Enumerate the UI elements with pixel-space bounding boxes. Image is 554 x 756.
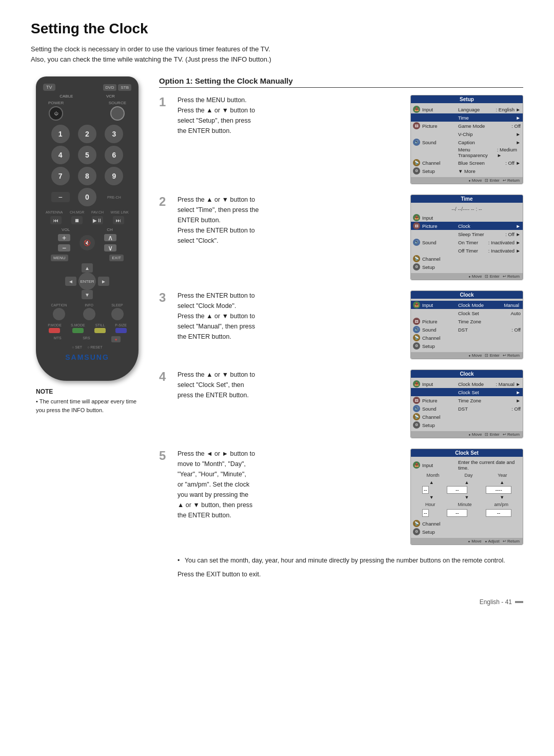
source-button[interactable]: [110, 106, 125, 121]
clock1-screen-header: Clock: [411, 291, 523, 299]
month-value: --: [422, 486, 429, 494]
nav-down-button[interactable]: ▼: [82, 290, 93, 299]
tv-button[interactable]: TV: [43, 84, 55, 91]
btn-6[interactable]: 6: [105, 146, 123, 164]
smode-button[interactable]: [72, 328, 84, 333]
ff-button[interactable]: ⏭: [113, 216, 124, 224]
input-icon6: 📥: [413, 380, 420, 387]
channel-icon5: 📡: [413, 520, 420, 527]
setup-screen: Setup 📥 Input Language : English ► 📥: [410, 95, 523, 184]
play-pause-button[interactable]: ▶⏸: [92, 216, 103, 224]
rew-button[interactable]: ⏮: [50, 216, 62, 224]
footer-return2: ↩ Return: [503, 274, 520, 279]
vchip-label: V-Chip: [458, 131, 473, 137]
btn-1[interactable]: 1: [51, 125, 70, 143]
clockset-row-input: 📥 Input Enter the current date and time.: [411, 459, 523, 471]
clockset-col-headers: Month Day Year: [411, 471, 523, 479]
favch-label: FAV.CH: [91, 210, 104, 214]
channel-label: Channel: [422, 160, 458, 166]
btn-5[interactable]: 5: [78, 146, 96, 164]
input-icon: 📥: [413, 106, 420, 113]
power-label: POWER: [48, 101, 64, 105]
clockmode-label: Clock Mode: [458, 302, 484, 308]
setup-row-sound: 🔊 Sound Caption ►: [411, 138, 523, 146]
setup-row-more: ⚙ Setup ▼ More: [411, 167, 523, 175]
clock1-screen-body: 📥 Input Clock Mode Manual 📥 Clock Set Au…: [411, 299, 523, 352]
step-5-num: 5: [159, 449, 169, 463]
minute-col-header: Minute: [458, 502, 471, 507]
step5-extra: You can set the month, day, year, hour a…: [177, 555, 523, 566]
hour-value: --: [422, 509, 429, 517]
record-button[interactable]: ●: [111, 336, 121, 342]
setup-row-time: 📥 Time ►: [411, 113, 523, 122]
btn-0[interactable]: 0: [78, 188, 96, 206]
clockset-row-setup: ⚙ Setup: [411, 528, 523, 536]
sleep-button[interactable]: [111, 308, 124, 320]
clock1-screen: Clock 📥 Input Clock Mode Manual 📥: [410, 290, 523, 359]
step-2-text: Press the ▲ or ▼ button to select "Time"…: [177, 195, 402, 246]
note-section: NOTE • The current time will appear ever…: [31, 388, 144, 414]
nav-up-button[interactable]: ▲: [82, 263, 93, 273]
dst-value: : Off: [511, 327, 521, 333]
power-button[interactable]: ⏻: [49, 106, 63, 121]
samsung-logo: SAMSUNG: [43, 353, 131, 361]
mute-button[interactable]: 🔇: [80, 235, 95, 250]
sleeptimer-value: : Off ►: [505, 231, 521, 237]
cable-label: CABLE: [60, 94, 73, 99]
exit-button[interactable]: EXIT: [109, 255, 124, 261]
setup-icon2: ⚙: [413, 263, 420, 270]
year-col-header: Year: [498, 473, 507, 478]
language-label: Language: [458, 107, 480, 112]
nav-cluster: ▲ ◄ ENTER ► ▼: [43, 263, 131, 299]
menutransparency-value: : Medium ►: [497, 147, 521, 158]
chmgr-label: CH.MGR: [70, 210, 84, 214]
caption-button[interactable]: [53, 308, 65, 320]
setup-icon: ⚙: [413, 167, 420, 175]
btn-dash[interactable]: −: [51, 192, 70, 202]
clock2-row-dst: 🔊 Sound DST : Off: [411, 404, 523, 413]
sound-icon3: 🔊: [413, 239, 420, 246]
vol-down-button[interactable]: −: [58, 244, 70, 251]
sound-label2: Sound: [422, 240, 458, 245]
setup-label4: Setup: [422, 422, 458, 428]
info-button[interactable]: [83, 308, 95, 320]
vcr-label: VCR: [106, 94, 115, 99]
btn-7[interactable]: 7: [51, 167, 70, 185]
menu-button[interactable]: MENU: [51, 255, 68, 261]
clockset-down-arrows-top: ▼ ▼ ▼: [411, 494, 523, 500]
clockset-row2-headers: Hour Minute am/pm: [411, 500, 523, 509]
caption-menu-label: Caption: [458, 140, 475, 145]
gamemode-value: : Off: [511, 123, 521, 129]
ch-up-button[interactable]: ∧: [104, 234, 116, 241]
main-content: TV DVD STB CABLE VCR POWER ⏻ SOURCE: [31, 76, 523, 578]
btn-4[interactable]: 4: [51, 146, 70, 164]
dvd-button[interactable]: DVD: [103, 84, 117, 91]
setup-row-picture: 🖼 Picture Game Mode : Off: [411, 122, 523, 130]
clock1-row-setup: ⚙ Setup: [411, 342, 523, 350]
btn-2[interactable]: 2: [78, 125, 96, 143]
step-4-text: Press the ▲ or ▼ button to select "Clock…: [177, 370, 402, 400]
nav-right-button[interactable]: ►: [98, 277, 109, 286]
still-button[interactable]: [94, 328, 106, 333]
ch-down-button[interactable]: ∨: [104, 244, 116, 251]
psize-button[interactable]: [115, 328, 127, 333]
prech-label: PRE-CH: [107, 196, 121, 199]
btn-8[interactable]: 8: [78, 167, 96, 185]
enter-button[interactable]: ENTER: [78, 273, 96, 290]
channel-icon4: 📡: [413, 413, 420, 420]
page-title: Setting the Clock: [31, 21, 523, 37]
step-1-num: 1: [159, 95, 169, 110]
time-screen-footer: ⬥ Move ⊡ Enter ↩ Return: [411, 273, 523, 280]
time-row-offtimer: 🔊 Off Timer : Inactivated ►: [411, 246, 523, 255]
btn-3[interactable]: 3: [105, 125, 123, 143]
stop-button[interactable]: ⏹: [71, 216, 83, 224]
pmode-button[interactable]: [49, 328, 60, 333]
stb-button[interactable]: STB: [118, 84, 131, 91]
btn-9[interactable]: 9: [105, 167, 123, 185]
clock2-screen: Clock 📥 Input Clock Mode : Manual ► 📥 Cl…: [410, 370, 523, 438]
mts-srs-row: MTS SRS ●: [43, 336, 131, 342]
time-row-sleep: 🖼 Sleep Timer : Off ►: [411, 230, 523, 238]
setup-row-channel: 📡 Channel Blue Screen : Off ►: [411, 159, 523, 167]
vol-up-button[interactable]: +: [58, 234, 70, 241]
nav-left-button[interactable]: ◄: [65, 277, 76, 286]
